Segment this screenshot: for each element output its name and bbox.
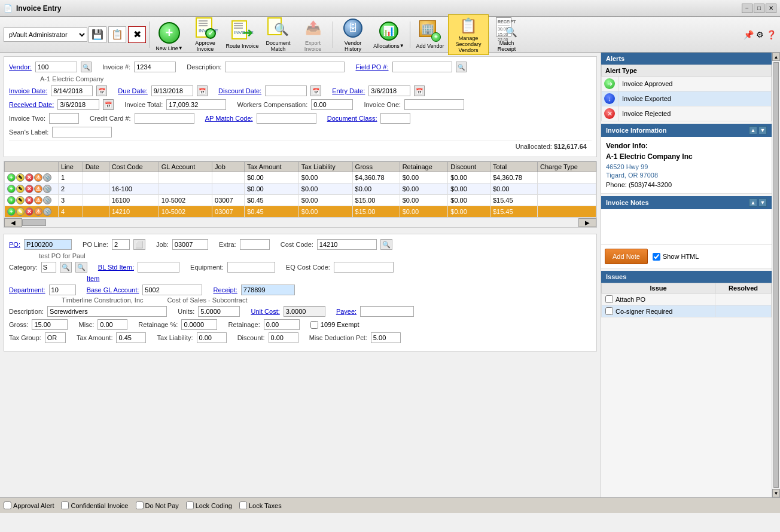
discount-date-label[interactable]: Discount Date:	[218, 87, 261, 94]
row-delete[interactable]: ✕	[25, 207, 33, 216]
cost-code-detail-input[interactable]	[317, 239, 377, 250]
po-line-input[interactable]	[112, 239, 130, 250]
alert-row[interactable]: ✕ Invoice Rejected	[602, 106, 772, 121]
approval-alert-item[interactable]: Approval Alert	[4, 502, 54, 509]
equipment-input[interactable]	[227, 262, 275, 273]
notes-scroll-down[interactable]: ▼	[758, 198, 767, 207]
seans-input[interactable]	[52, 127, 112, 137]
invoice-date-label[interactable]: Invoice Date:	[9, 87, 47, 94]
tax-group-input[interactable]	[45, 332, 66, 343]
issue-checkbox[interactable]	[605, 307, 613, 315]
copy-button[interactable]: 📋	[108, 26, 126, 43]
category-input[interactable]	[41, 262, 56, 273]
row-delete[interactable]: ✕	[25, 185, 33, 193]
confidential-invoice-item[interactable]: Confidential Invoice	[61, 502, 128, 509]
row-edit[interactable]: ✎	[16, 185, 25, 193]
entry-date-input[interactable]	[368, 85, 410, 96]
received-date-cal[interactable]: 📅	[103, 99, 114, 110]
confidential-invoice-checkbox[interactable]	[61, 502, 69, 509]
bl-std-item-label[interactable]: BL Std Item:	[98, 264, 134, 271]
ap-match-label[interactable]: AP Match Code:	[205, 115, 253, 122]
do-not-pay-checkbox[interactable]	[136, 502, 144, 509]
po-line-btn[interactable]: ⬜	[133, 239, 145, 250]
info-scroll-down[interactable]: ▼	[758, 126, 767, 134]
retainage-input[interactable]	[264, 319, 300, 330]
extra-input[interactable]	[240, 239, 270, 250]
ap-match-input[interactable]	[257, 113, 316, 124]
vendor-input[interactable]	[35, 62, 77, 72]
category-search2[interactable]: 🔍	[75, 262, 87, 273]
gross-input[interactable]	[32, 319, 68, 330]
route-invoice-button[interactable]: INVOICE ➜ Route Invoice	[224, 20, 260, 49]
eq-cost-code-input[interactable]	[334, 262, 394, 273]
issue-row[interactable]: Attach PO	[602, 293, 772, 305]
pin-icon[interactable]: 📌	[744, 30, 754, 39]
invoice-total-input[interactable]	[166, 99, 226, 110]
alert-row[interactable]: ➜ Invoice Approved	[602, 77, 772, 91]
row-edit[interactable]: ✎	[16, 207, 25, 216]
job-input[interactable]	[172, 239, 208, 250]
approval-alert-checkbox[interactable]	[4, 502, 11, 509]
settings-icon[interactable]: ⚙	[756, 30, 764, 39]
due-date-cal[interactable]: 📅	[197, 85, 208, 96]
issue-row[interactable]: Co-signer Required	[602, 305, 772, 317]
row-attach[interactable]: 📎	[43, 173, 51, 182]
entry-date-label[interactable]: Entry Date:	[332, 87, 365, 94]
row-delete[interactable]: ✕	[25, 173, 33, 182]
discount-date-cal[interactable]: 📅	[310, 85, 321, 96]
row-attach[interactable]: 📎	[43, 207, 51, 216]
table-hscroll[interactable]: ◀ ▶	[4, 218, 596, 227]
user-dropdown[interactable]: pVault Administrator	[4, 27, 87, 42]
row-orange[interactable]: ⚠	[34, 196, 42, 204]
export-invoice-button[interactable]: 📤 Export Invoice	[296, 17, 330, 52]
discount-date-input[interactable]	[265, 85, 307, 96]
document-class-label[interactable]: Document Class:	[327, 115, 377, 122]
lock-taxes-checkbox[interactable]	[239, 502, 247, 509]
1099-exempt-checkbox[interactable]	[310, 321, 318, 329]
category-search1[interactable]: 🔍	[60, 262, 72, 273]
department-input[interactable]	[49, 285, 76, 295]
department-label[interactable]: Department:	[9, 286, 45, 293]
row-add[interactable]: +	[7, 196, 16, 204]
notes-scroll-up[interactable]: ▲	[749, 198, 757, 207]
show-html-label[interactable]: Show HTML	[653, 249, 699, 264]
credit-card-input[interactable]	[135, 113, 194, 124]
vendor-history-button[interactable]: 🗄 Vendor History	[336, 17, 370, 52]
invoice-one-input[interactable]	[404, 99, 464, 110]
restore-button[interactable]: □	[754, 4, 764, 13]
field-po-label[interactable]: Field PO #:	[355, 63, 388, 71]
do-not-pay-item[interactable]: Do Not Pay	[136, 502, 179, 509]
row-orange[interactable]: ⚠	[34, 207, 42, 216]
vendor-search-button[interactable]: 🔍	[81, 62, 92, 72]
entry-date-cal[interactable]: 📅	[414, 85, 425, 96]
field-po-input[interactable]	[392, 62, 452, 72]
row-orange[interactable]: ⚠	[34, 185, 42, 193]
invoice-num-input[interactable]	[134, 62, 176, 72]
misc-input[interactable]	[98, 319, 127, 330]
lock-coding-checkbox[interactable]	[186, 502, 194, 509]
scroll-up-btn[interactable]: ▲	[772, 53, 780, 61]
po-input[interactable]	[24, 239, 72, 250]
row-add[interactable]: +	[7, 173, 16, 182]
manage-secondary-button[interactable]: 📋 Manage Secondary Vendors	[448, 14, 489, 55]
tax-amount-input[interactable]	[116, 332, 146, 343]
row-attach[interactable]: 📎	[43, 196, 51, 204]
received-date-input[interactable]	[57, 99, 99, 110]
scroll-down-btn[interactable]: ▼	[772, 489, 780, 497]
alert-row[interactable]: ↓ Invoice Exported	[602, 91, 772, 106]
po-label[interactable]: PO:	[9, 241, 20, 248]
lock-coding-item[interactable]: Lock Coding	[186, 502, 232, 509]
table-row[interactable]: + ✎ ✕ ⚠ 📎 3 16100 10-5002 03007 $0.45 $0…	[5, 195, 596, 206]
table-row[interactable]: + ✎ ✕ ⚠ 📎 4 14210 10-5002 03007 $0.45 $0…	[5, 206, 596, 218]
cost-code-btn[interactable]: 🔍	[380, 239, 392, 250]
invoice-date-input[interactable]	[51, 85, 93, 96]
new-line-button[interactable]: +	[155, 18, 184, 48]
minimize-button[interactable]: −	[742, 4, 752, 13]
bl-std-item-input[interactable]	[138, 262, 179, 273]
row-delete[interactable]: ✕	[25, 196, 33, 204]
close-button[interactable]: ✕	[766, 4, 776, 13]
retainage-pct-input[interactable]	[181, 319, 217, 330]
payee-input[interactable]	[360, 306, 414, 317]
allocations-button[interactable]: 📊 Allocations▼	[371, 20, 407, 49]
vendor-label[interactable]: Vendor:	[9, 63, 32, 71]
